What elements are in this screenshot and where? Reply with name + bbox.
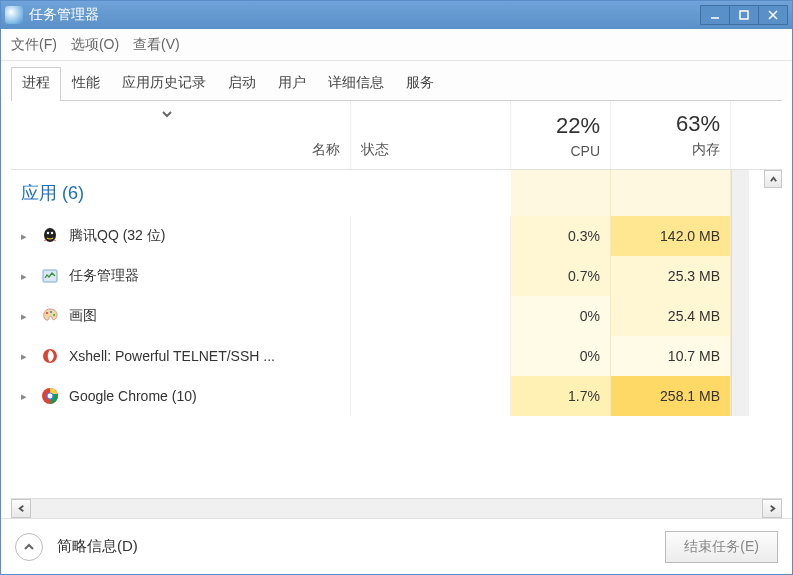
- svg-point-2: [47, 232, 49, 234]
- svg-point-7: [53, 314, 55, 316]
- table-row[interactable]: ▸Xshell: Powerful TELNET/SSH ...0%10.7 M…: [11, 336, 782, 376]
- tab-users[interactable]: 用户: [267, 67, 317, 100]
- task-manager-window: 任务管理器 文件(F) 选项(O) 查看(V) 进程 性能 应用历史记录 启动 …: [0, 0, 793, 575]
- tab-services[interactable]: 服务: [395, 67, 445, 100]
- column-name[interactable]: 名称: [11, 101, 351, 169]
- process-name: 腾讯QQ (32 位): [69, 227, 165, 245]
- process-memory-cell: 10.7 MB: [611, 336, 731, 376]
- process-name-cell: ▸Google Chrome (10): [11, 376, 351, 416]
- app-chrome-icon: [41, 387, 59, 405]
- scroll-up-button[interactable]: [764, 170, 782, 188]
- svg-rect-0: [740, 11, 748, 19]
- process-name: Xshell: Powerful TELNET/SSH ...: [69, 348, 275, 364]
- scrollbar-track[interactable]: [31, 499, 762, 518]
- expand-icon[interactable]: ▸: [21, 390, 31, 403]
- scroll-column-header: [731, 101, 751, 169]
- process-status-cell: [351, 216, 511, 256]
- process-status-cell: [351, 376, 511, 416]
- app-xshell-icon: [41, 347, 59, 365]
- horizontal-scrollbar[interactable]: [11, 498, 782, 518]
- minimize-button[interactable]: [700, 5, 730, 25]
- process-name-cell: ▸腾讯QQ (32 位): [11, 216, 351, 256]
- maximize-button[interactable]: [729, 5, 759, 25]
- app-taskmgr-icon: [41, 267, 59, 285]
- svg-point-11: [48, 394, 53, 399]
- column-memory[interactable]: 63% 内存: [611, 101, 731, 169]
- process-memory-cell: 258.1 MB: [611, 376, 731, 416]
- svg-point-5: [46, 312, 48, 314]
- fewer-details-label: 简略信息(D): [57, 537, 651, 556]
- group-apps-label: 应用 (6): [11, 170, 511, 216]
- expand-icon[interactable]: ▸: [21, 270, 31, 283]
- close-button[interactable]: [758, 5, 788, 25]
- app-qq-icon: [41, 227, 59, 245]
- column-status[interactable]: 状态: [351, 101, 511, 169]
- process-table: 名称 状态 22% CPU 63% 内存 应用 (6): [11, 101, 782, 518]
- sort-chevron-icon: [161, 107, 173, 123]
- table-row[interactable]: ▸任务管理器0.7%25.3 MB: [11, 256, 782, 296]
- table-row[interactable]: ▸画图0%25.4 MB: [11, 296, 782, 336]
- process-cpu-cell: 0.3%: [511, 216, 611, 256]
- menu-file[interactable]: 文件(F): [11, 36, 57, 54]
- expand-icon[interactable]: ▸: [21, 350, 31, 363]
- column-cpu[interactable]: 22% CPU: [511, 101, 611, 169]
- end-task-button[interactable]: 结束任务(E): [665, 531, 778, 563]
- window-controls: [701, 5, 788, 25]
- svg-point-3: [51, 232, 53, 234]
- memory-total-pct: 63%: [676, 111, 720, 137]
- window-title: 任务管理器: [29, 6, 701, 24]
- menu-options[interactable]: 选项(O): [71, 36, 119, 54]
- process-name-cell: ▸任务管理器: [11, 256, 351, 296]
- process-status-cell: [351, 336, 511, 376]
- process-cpu-cell: 0.7%: [511, 256, 611, 296]
- expand-icon[interactable]: ▸: [21, 230, 31, 243]
- process-cpu-cell: 0%: [511, 296, 611, 336]
- app-icon: [5, 6, 23, 24]
- scroll-right-button[interactable]: [762, 499, 782, 518]
- process-cpu-cell: 1.7%: [511, 376, 611, 416]
- tab-details[interactable]: 详细信息: [317, 67, 395, 100]
- process-cpu-cell: 0%: [511, 336, 611, 376]
- titlebar[interactable]: 任务管理器: [1, 1, 792, 29]
- content-area: 名称 状态 22% CPU 63% 内存 应用 (6): [1, 101, 792, 518]
- table-row[interactable]: ▸Google Chrome (10)1.7%258.1 MB: [11, 376, 782, 416]
- table-row[interactable]: ▸腾讯QQ (32 位)0.3%142.0 MB: [11, 216, 782, 256]
- process-status-cell: [351, 296, 511, 336]
- tab-performance[interactable]: 性能: [61, 67, 111, 100]
- fewer-details-button[interactable]: [15, 533, 43, 561]
- process-name: Google Chrome (10): [69, 388, 197, 404]
- process-memory-cell: 142.0 MB: [611, 216, 731, 256]
- scroll-left-button[interactable]: [11, 499, 31, 518]
- process-name: 任务管理器: [69, 267, 139, 285]
- menubar: 文件(F) 选项(O) 查看(V): [1, 29, 792, 61]
- process-memory-cell: 25.3 MB: [611, 256, 731, 296]
- tab-app-history[interactable]: 应用历史记录: [111, 67, 217, 100]
- table-body: 应用 (6) ▸腾讯QQ (32 位)0.3%142.0 MB▸任务管理器0.7…: [11, 170, 782, 498]
- process-memory-cell: 25.4 MB: [611, 296, 731, 336]
- process-name: 画图: [69, 307, 97, 325]
- process-name-cell: ▸Xshell: Powerful TELNET/SSH ...: [11, 336, 351, 376]
- cpu-total-pct: 22%: [556, 113, 600, 139]
- tab-processes[interactable]: 进程: [11, 67, 61, 100]
- menu-view[interactable]: 查看(V): [133, 36, 180, 54]
- expand-icon[interactable]: ▸: [21, 310, 31, 323]
- footer: 简略信息(D) 结束任务(E): [1, 518, 792, 574]
- app-paint-icon: [41, 307, 59, 325]
- table-header: 名称 状态 22% CPU 63% 内存: [11, 101, 782, 170]
- svg-point-1: [44, 228, 56, 242]
- process-status-cell: [351, 256, 511, 296]
- tabs: 进程 性能 应用历史记录 启动 用户 详细信息 服务: [1, 61, 792, 100]
- tab-startup[interactable]: 启动: [217, 67, 267, 100]
- group-apps-header[interactable]: 应用 (6): [11, 170, 782, 216]
- process-name-cell: ▸画图: [11, 296, 351, 336]
- svg-point-6: [50, 311, 52, 313]
